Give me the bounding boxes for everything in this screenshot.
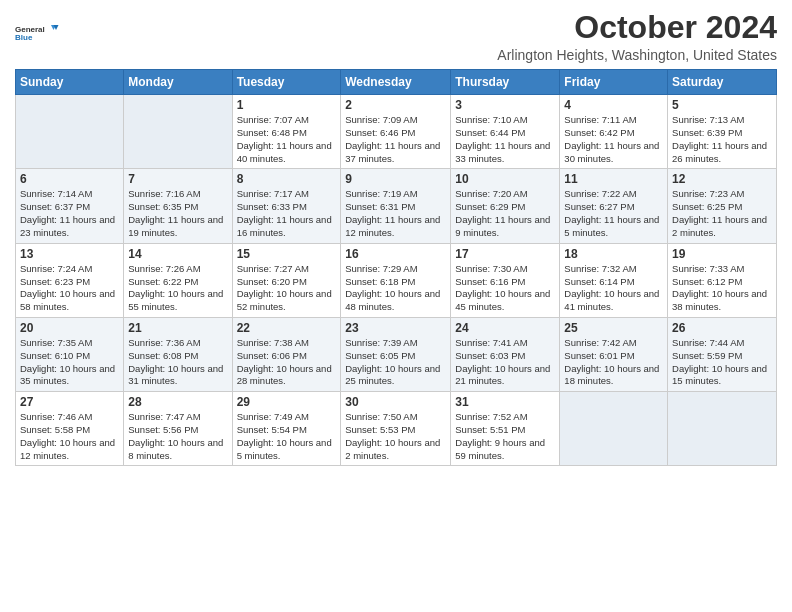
day-info: Sunrise: 7:29 AMSunset: 6:18 PMDaylight:… [345,263,446,314]
calendar-table: SundayMondayTuesdayWednesdayThursdayFrid… [15,69,777,466]
logo-svg: General Blue [15,14,60,52]
calendar-cell: 12Sunrise: 7:23 AMSunset: 6:25 PMDayligh… [668,169,777,243]
day-number: 4 [564,98,663,112]
calendar-cell: 11Sunrise: 7:22 AMSunset: 6:27 PMDayligh… [560,169,668,243]
day-number: 22 [237,321,337,335]
month-title: October 2024 [497,10,777,45]
logo: General Blue [15,14,60,52]
calendar-col-header: Tuesday [232,70,341,95]
location: Arlington Heights, Washington, United St… [497,47,777,63]
calendar-col-header: Monday [124,70,232,95]
day-info: Sunrise: 7:20 AMSunset: 6:29 PMDaylight:… [455,188,555,239]
day-info: Sunrise: 7:22 AMSunset: 6:27 PMDaylight:… [564,188,663,239]
calendar-week-row: 27Sunrise: 7:46 AMSunset: 5:58 PMDayligh… [16,392,777,466]
calendar-cell: 29Sunrise: 7:49 AMSunset: 5:54 PMDayligh… [232,392,341,466]
day-info: Sunrise: 7:19 AMSunset: 6:31 PMDaylight:… [345,188,446,239]
day-info: Sunrise: 7:49 AMSunset: 5:54 PMDaylight:… [237,411,337,462]
day-number: 14 [128,247,227,261]
calendar-cell: 19Sunrise: 7:33 AMSunset: 6:12 PMDayligh… [668,243,777,317]
day-number: 17 [455,247,555,261]
day-number: 21 [128,321,227,335]
calendar-cell: 16Sunrise: 7:29 AMSunset: 6:18 PMDayligh… [341,243,451,317]
calendar-col-header: Saturday [668,70,777,95]
calendar-week-row: 13Sunrise: 7:24 AMSunset: 6:23 PMDayligh… [16,243,777,317]
header: General Blue October 2024 Arlington Heig… [15,10,777,63]
day-number: 16 [345,247,446,261]
page: General Blue October 2024 Arlington Heig… [0,0,792,612]
day-number: 27 [20,395,119,409]
calendar-cell: 8Sunrise: 7:17 AMSunset: 6:33 PMDaylight… [232,169,341,243]
day-info: Sunrise: 7:10 AMSunset: 6:44 PMDaylight:… [455,114,555,165]
day-number: 6 [20,172,119,186]
day-info: Sunrise: 7:16 AMSunset: 6:35 PMDaylight:… [128,188,227,239]
calendar-cell: 20Sunrise: 7:35 AMSunset: 6:10 PMDayligh… [16,317,124,391]
calendar-cell: 3Sunrise: 7:10 AMSunset: 6:44 PMDaylight… [451,95,560,169]
calendar-cell [560,392,668,466]
day-number: 8 [237,172,337,186]
calendar-cell: 25Sunrise: 7:42 AMSunset: 6:01 PMDayligh… [560,317,668,391]
svg-text:General: General [15,25,45,34]
calendar-cell: 27Sunrise: 7:46 AMSunset: 5:58 PMDayligh… [16,392,124,466]
calendar-cell: 18Sunrise: 7:32 AMSunset: 6:14 PMDayligh… [560,243,668,317]
calendar-cell: 21Sunrise: 7:36 AMSunset: 6:08 PMDayligh… [124,317,232,391]
day-info: Sunrise: 7:39 AMSunset: 6:05 PMDaylight:… [345,337,446,388]
day-info: Sunrise: 7:36 AMSunset: 6:08 PMDaylight:… [128,337,227,388]
calendar-week-row: 1Sunrise: 7:07 AMSunset: 6:48 PMDaylight… [16,95,777,169]
day-number: 11 [564,172,663,186]
calendar-cell [668,392,777,466]
day-info: Sunrise: 7:24 AMSunset: 6:23 PMDaylight:… [20,263,119,314]
day-number: 2 [345,98,446,112]
calendar-cell: 14Sunrise: 7:26 AMSunset: 6:22 PMDayligh… [124,243,232,317]
calendar-week-row: 20Sunrise: 7:35 AMSunset: 6:10 PMDayligh… [16,317,777,391]
day-number: 12 [672,172,772,186]
day-info: Sunrise: 7:47 AMSunset: 5:56 PMDaylight:… [128,411,227,462]
day-number: 20 [20,321,119,335]
calendar-col-header: Wednesday [341,70,451,95]
calendar-cell: 1Sunrise: 7:07 AMSunset: 6:48 PMDaylight… [232,95,341,169]
day-info: Sunrise: 7:33 AMSunset: 6:12 PMDaylight:… [672,263,772,314]
calendar-cell: 4Sunrise: 7:11 AMSunset: 6:42 PMDaylight… [560,95,668,169]
day-number: 24 [455,321,555,335]
title-block: October 2024 Arlington Heights, Washingt… [497,10,777,63]
day-number: 29 [237,395,337,409]
calendar-cell: 28Sunrise: 7:47 AMSunset: 5:56 PMDayligh… [124,392,232,466]
day-number: 31 [455,395,555,409]
day-info: Sunrise: 7:46 AMSunset: 5:58 PMDaylight:… [20,411,119,462]
day-info: Sunrise: 7:32 AMSunset: 6:14 PMDaylight:… [564,263,663,314]
day-number: 25 [564,321,663,335]
day-number: 10 [455,172,555,186]
day-info: Sunrise: 7:44 AMSunset: 5:59 PMDaylight:… [672,337,772,388]
calendar-cell: 6Sunrise: 7:14 AMSunset: 6:37 PMDaylight… [16,169,124,243]
calendar-cell: 23Sunrise: 7:39 AMSunset: 6:05 PMDayligh… [341,317,451,391]
day-info: Sunrise: 7:52 AMSunset: 5:51 PMDaylight:… [455,411,555,462]
calendar-cell: 24Sunrise: 7:41 AMSunset: 6:03 PMDayligh… [451,317,560,391]
calendar-cell: 17Sunrise: 7:30 AMSunset: 6:16 PMDayligh… [451,243,560,317]
day-number: 30 [345,395,446,409]
calendar-cell [124,95,232,169]
calendar-cell: 7Sunrise: 7:16 AMSunset: 6:35 PMDaylight… [124,169,232,243]
day-info: Sunrise: 7:30 AMSunset: 6:16 PMDaylight:… [455,263,555,314]
calendar-cell: 15Sunrise: 7:27 AMSunset: 6:20 PMDayligh… [232,243,341,317]
calendar-header-row: SundayMondayTuesdayWednesdayThursdayFrid… [16,70,777,95]
calendar-cell: 2Sunrise: 7:09 AMSunset: 6:46 PMDaylight… [341,95,451,169]
day-info: Sunrise: 7:35 AMSunset: 6:10 PMDaylight:… [20,337,119,388]
svg-text:Blue: Blue [15,33,33,42]
day-info: Sunrise: 7:26 AMSunset: 6:22 PMDaylight:… [128,263,227,314]
day-number: 7 [128,172,227,186]
day-info: Sunrise: 7:42 AMSunset: 6:01 PMDaylight:… [564,337,663,388]
day-info: Sunrise: 7:14 AMSunset: 6:37 PMDaylight:… [20,188,119,239]
day-number: 15 [237,247,337,261]
calendar-col-header: Sunday [16,70,124,95]
day-info: Sunrise: 7:09 AMSunset: 6:46 PMDaylight:… [345,114,446,165]
day-number: 28 [128,395,227,409]
day-info: Sunrise: 7:11 AMSunset: 6:42 PMDaylight:… [564,114,663,165]
day-number: 3 [455,98,555,112]
day-number: 13 [20,247,119,261]
calendar-cell: 13Sunrise: 7:24 AMSunset: 6:23 PMDayligh… [16,243,124,317]
day-number: 18 [564,247,663,261]
day-number: 5 [672,98,772,112]
calendar-col-header: Thursday [451,70,560,95]
day-number: 19 [672,247,772,261]
day-info: Sunrise: 7:23 AMSunset: 6:25 PMDaylight:… [672,188,772,239]
day-info: Sunrise: 7:27 AMSunset: 6:20 PMDaylight:… [237,263,337,314]
